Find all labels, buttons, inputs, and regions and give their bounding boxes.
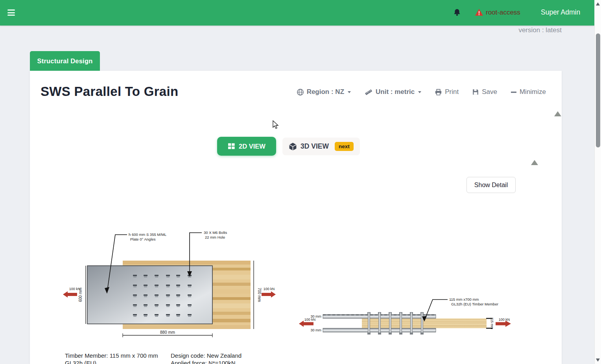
printer-icon: [435, 88, 442, 96]
plate-note-2: Plate 0° Angles: [130, 237, 156, 241]
next-badge: next: [335, 142, 354, 151]
dim-bottom-label: 880 mm: [160, 330, 175, 335]
force-arrow-left: [63, 291, 77, 298]
caret-down-icon: [418, 91, 421, 93]
save-button[interactable]: Save: [472, 88, 497, 96]
print-label: Print: [445, 88, 459, 96]
print-button[interactable]: Print: [435, 88, 459, 96]
grid-icon: [228, 143, 235, 150]
panel-toolbar: Region : NZ Unit : metric: [297, 88, 546, 96]
unit-label: Unit : metric: [376, 88, 415, 96]
plate-bottom-dim: 30 mm: [310, 328, 321, 332]
force-right-label: 100 kN: [264, 287, 275, 291]
scroll-down-arrow[interactable]: [596, 358, 600, 362]
root-access-label: root-access: [486, 9, 520, 17]
region-label: Region : NZ: [307, 88, 344, 96]
root-access-alert[interactable]: root-access: [475, 8, 520, 17]
side-note-1: 115 mm x700 mm: [449, 297, 479, 301]
unit-dropdown[interactable]: Unit : metric: [364, 88, 421, 96]
timber-summary-line1: Timber Member: 115 mm x 700 mm: [65, 352, 158, 359]
timber-summary-line2: GL32h (EU): [65, 359, 158, 364]
side-view-diagram: 30 mm 30 mm 100 kN 115 mm 100 kN 115 mm …: [295, 294, 515, 342]
version-text: version : latest: [444, 26, 562, 34]
scroll-up-arrow[interactable]: [596, 2, 600, 6]
app-screen: root-access Super Admin version : latest…: [0, 0, 601, 364]
2d-view-label: 2D VIEW: [239, 143, 265, 150]
minimize-button[interactable]: Minimize: [511, 88, 546, 96]
region-dropdown[interactable]: Region : NZ: [297, 88, 351, 96]
timber-summary: Timber Member: 115 mm x 700 mm GL32h (EU…: [65, 352, 158, 364]
force-left-label: 100 kN: [304, 318, 316, 322]
caret-down-icon: [348, 91, 351, 93]
show-detail-button[interactable]: Show Detail: [466, 177, 516, 193]
bolt-note-1: 30 X M6 Bolts: [204, 230, 227, 235]
hamburger-icon[interactable]: [7, 9, 15, 17]
ruler-icon: [364, 88, 373, 96]
warning-triangle-icon: [475, 8, 483, 17]
cube-icon: [289, 142, 297, 151]
vertical-scrollbar[interactable]: [594, 0, 601, 364]
minus-icon: [511, 88, 517, 96]
design-summary-line2: Applied force: N*=100kN: [171, 359, 242, 364]
force-right-label: 100 kN: [499, 318, 510, 322]
dim-right-label: 700 mm: [257, 288, 262, 302]
design-panel: SWS Parallel To Grain Region : NZ: [30, 71, 562, 364]
3d-view-button[interactable]: 3D VIEW next: [282, 138, 360, 155]
resize-triangle-icon[interactable]: [554, 111, 561, 116]
page-title: SWS Parallel To Grain: [41, 84, 178, 99]
design-summary-line1: Design code: New Zealand: [171, 352, 242, 359]
force-left-label: 100 kN: [69, 287, 81, 291]
top-navbar: root-access Super Admin: [0, 0, 594, 26]
mouse-cursor: [273, 120, 281, 130]
force-arrow-right: [262, 291, 276, 298]
side-note-2: GL32h (EU) Timber Member: [451, 302, 498, 306]
scrollbar-thumb[interactable]: [596, 33, 600, 147]
globe-icon: [297, 88, 304, 96]
resize-triangle-icon[interactable]: [531, 160, 538, 165]
save-label: Save: [482, 88, 497, 96]
steel-plate: [87, 266, 212, 324]
tab-structural-design[interactable]: Structural Design: [30, 51, 100, 71]
bolt-note-2: 22 mm Hole: [205, 235, 225, 239]
floppy-icon: [472, 88, 479, 96]
bell-icon[interactable]: [452, 8, 462, 17]
design-summary: Design code: New Zealand Applied force: …: [171, 352, 242, 364]
height-dim-label: 115 mm: [490, 317, 494, 329]
3d-view-label: 3D VIEW: [300, 142, 329, 151]
user-menu[interactable]: Super Admin: [541, 8, 580, 17]
minimize-label: Minimize: [520, 88, 546, 96]
front-view-diagram: 600 mm 100 kN 700 mm 100 kN 880 mm h 600…: [59, 227, 283, 342]
plate-note-1: h 600 mm S 355 M/ML: [129, 232, 166, 237]
2d-view-button[interactable]: 2D VIEW: [217, 137, 276, 156]
